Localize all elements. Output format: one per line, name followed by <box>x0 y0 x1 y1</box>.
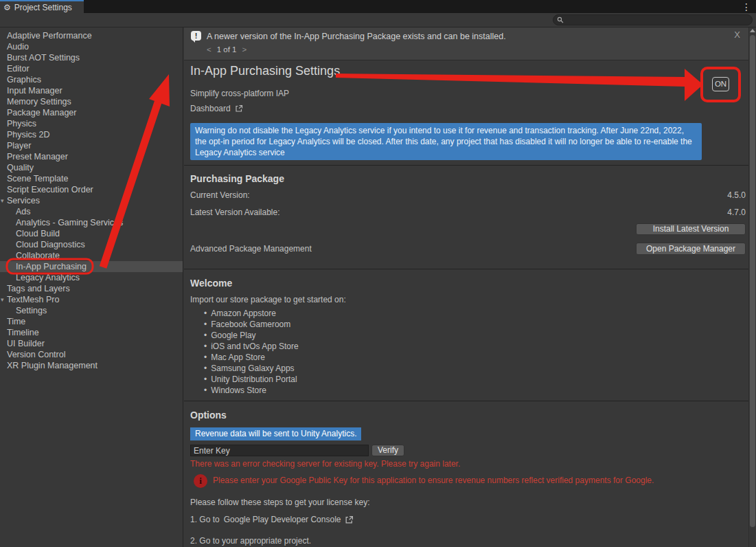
sidebar-item-label: Audio <box>7 42 29 52</box>
store-name: Windows Store <box>211 385 266 396</box>
sidebar-item[interactable]: ▾ Burst AOT Settings <box>0 52 183 63</box>
page-title: In-App Purchasing Settings <box>190 64 340 78</box>
store-list-item: • Unity Distribution Portal <box>204 374 299 385</box>
sidebar-item-label: UI Builder <box>7 339 45 348</box>
sidebar-item[interactable]: ▾ Memory Settings <box>0 96 183 107</box>
sidebar-item[interactable]: ▾ Player <box>0 140 183 151</box>
bullet-icon: • <box>204 341 207 352</box>
latest-version-label: Latest Version Available: <box>190 208 280 217</box>
sidebar-item[interactable]: ▾ Legacy Analytics <box>0 272 183 283</box>
sidebar-item-label: Input Manager <box>7 86 62 96</box>
bullet-icon: • <box>204 330 207 341</box>
welcome-title: Welcome <box>190 278 232 289</box>
welcome-intro: Import our store package to get started … <box>190 295 346 304</box>
sidebar-item[interactable]: ▾ Cloud Build <box>0 228 183 239</box>
scroll-up-arrow-icon[interactable] <box>750 29 755 32</box>
sidebar-item[interactable]: ▾ Input Manager <box>0 85 183 96</box>
sidebar-item[interactable]: ▾ Audio <box>0 41 183 52</box>
kebab-menu-icon[interactable]: ⋮ <box>742 1 751 12</box>
page-subtitle: Simplify cross-platform IAP <box>190 89 289 98</box>
sidebar-item[interactable]: ▾ Analytics - Gaming Services <box>0 217 183 228</box>
sidebar-item[interactable]: ▾ Timeline <box>0 327 183 338</box>
analytics-notice-badge: Revenue data will be sent to Unity Analy… <box>190 427 361 440</box>
store-list: • Amazon Appstore • Facebook Gameroom • … <box>204 308 299 396</box>
sidebar-item[interactable]: ▾ Scene Template <box>0 173 183 184</box>
tab-project-settings[interactable]: ⚙ Project Settings <box>0 0 84 13</box>
sidebar-item[interactable]: ▾ Time <box>0 316 183 327</box>
license-key-input[interactable] <box>190 445 369 456</box>
sidebar-item[interactable]: ▾ Tags and Layers <box>0 283 183 294</box>
sidebar-item[interactable]: ▾ UI Builder <box>0 338 183 349</box>
sidebar-item-label: Editor <box>7 64 30 74</box>
sidebar-item[interactable]: ▾ Settings <box>0 305 183 316</box>
store-list-item: • Facebook Gameroom <box>204 319 299 330</box>
sidebar-item[interactable]: ▾ In-App Purchasing <box>0 261 183 272</box>
sidebar-item-label: Legacy Analytics <box>16 273 80 282</box>
section-divider <box>184 269 748 269</box>
pager-prev-icon[interactable]: < <box>207 45 211 54</box>
sidebar-item-label: Tags and Layers <box>7 284 70 293</box>
sidebar-item[interactable]: ▾ Package Manager <box>0 107 183 118</box>
sidebar-item[interactable]: ▾ Preset Manager <box>0 151 183 162</box>
sidebar-item[interactable]: ▾ Script Execution Order <box>0 184 183 195</box>
external-link-icon[interactable] <box>345 515 354 524</box>
bullet-icon: • <box>204 352 207 363</box>
sidebar-item-label: Collaborate <box>16 251 60 260</box>
store-name: Facebook Gameroom <box>211 319 290 330</box>
bullet-icon: • <box>204 363 207 374</box>
foldout-triangle-icon[interactable]: ▾ <box>1 195 4 206</box>
pager-next-icon[interactable]: > <box>242 45 247 54</box>
sidebar-item[interactable]: ▾ Adaptive Performance <box>0 30 183 41</box>
open-package-manager-button[interactable]: Open Package Manager <box>636 243 746 255</box>
scrollbar-thumb[interactable] <box>750 35 755 527</box>
sidebar-item-label: Services <box>7 196 40 205</box>
sidebar-item[interactable]: ▾ Quality <box>0 162 183 173</box>
steps-intro: Please follow these steps to get your li… <box>190 498 369 507</box>
sidebar-item-label: Cloud Build <box>16 229 60 238</box>
sidebar-item-label: Preset Manager <box>7 152 68 161</box>
search-box[interactable] <box>553 14 753 25</box>
legacy-analytics-warning: Warning do not disable the Legacy Analyt… <box>190 123 702 160</box>
external-link-icon <box>235 104 243 113</box>
section-divider <box>184 165 748 166</box>
sidebar-item-label: Scene Template <box>7 174 68 183</box>
sidebar-item[interactable]: ▾ Version Control <box>0 349 183 360</box>
step1-prefix: 1. Go to <box>190 515 220 524</box>
foldout-triangle-icon[interactable]: ▾ <box>1 294 4 305</box>
store-list-item: • Amazon Appstore <box>204 308 299 319</box>
sidebar-item[interactable]: ▾ Editor <box>0 63 183 74</box>
search-icon <box>557 16 564 23</box>
sidebar-item[interactable]: ▾ TextMesh Pro <box>0 294 183 305</box>
sidebar-item-label: Player <box>7 141 31 150</box>
current-version-label: Current Version: <box>190 190 250 200</box>
tab-bar: ⚙ Project Settings ⋮ <box>0 0 756 13</box>
close-icon[interactable]: X <box>734 30 740 40</box>
sidebar-item[interactable]: ▾ Ads <box>0 206 183 217</box>
google-play-console-link[interactable]: Google Play Developer Console <box>224 515 341 524</box>
sidebar-item-label: Script Execution Order <box>7 185 93 194</box>
sidebar-item-label: Graphics <box>7 75 41 85</box>
sidebar-item[interactable]: ▾ Physics <box>0 118 183 129</box>
sidebar-item[interactable]: ▾ Physics 2D <box>0 129 183 140</box>
server-error-message: There was an error checking server for e… <box>190 459 460 469</box>
sidebar-item[interactable]: ▾ Collaborate <box>0 250 183 261</box>
sidebar-item-label: Cloud Diagnostics <box>16 240 85 249</box>
bullet-icon: • <box>204 319 207 330</box>
install-latest-version-button[interactable]: Install Latest Version <box>636 223 746 235</box>
sidebar-item[interactable]: ▾ Graphics <box>0 74 183 85</box>
sidebar-item[interactable]: ▾ Cloud Diagnostics <box>0 239 183 250</box>
bullet-icon: • <box>204 308 207 319</box>
google-key-message: Please enter your Google Public Key for … <box>213 476 742 485</box>
search-input[interactable] <box>566 16 738 24</box>
store-name: iOS and tvOs App Store <box>211 341 298 352</box>
bullet-icon: • <box>204 374 207 385</box>
store-list-item: • Mac App Store <box>204 352 299 363</box>
sidebar-item[interactable]: ▾ Services <box>0 195 183 206</box>
dashboard-link[interactable]: Dashboard <box>190 104 243 113</box>
sidebar-item-label: Time <box>7 317 25 326</box>
service-toggle-on-button[interactable]: ON <box>712 77 729 91</box>
sidebar-item[interactable]: ▾ XR Plugin Management <box>0 360 183 371</box>
sidebar-item-label: Physics 2D <box>7 130 50 139</box>
sidebar-item-label: TextMesh Pro <box>7 295 59 304</box>
verify-button[interactable]: Verify <box>371 445 404 456</box>
